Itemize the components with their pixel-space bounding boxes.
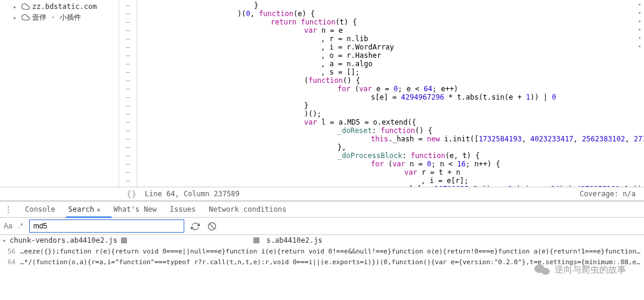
- tree-item[interactable]: ▸ zz.bdstatic.com: [2, 1, 116, 12]
- status-bar: {} Line 64, Column 237589 Coverage: n/a: [0, 187, 644, 201]
- refresh-icon[interactable]: [190, 221, 201, 231]
- tab-network-conditions[interactable]: Network conditions: [208, 205, 287, 214]
- fold-gutter: ––––––––––––––––––––––: [119, 0, 137, 187]
- cloud-icon: [21, 13, 30, 21]
- console-drawer: ⋮ Console Search✕ What's New Issues Netw…: [0, 201, 644, 300]
- more-tabs-icon[interactable]: ⋮: [4, 205, 13, 214]
- result-file[interactable]: ▾ chunk-vendors.ab4410e2.js s.ab4410e2.j…: [0, 235, 644, 246]
- line-text: …*/(function(o,a){r=a,i="function"===typ…: [20, 258, 644, 266]
- search-input[interactable]: [29, 219, 184, 233]
- coverage-status: Coverage: n/a: [580, 190, 636, 198]
- tree-item[interactable]: ▸ 壹伴 · 小插件: [2, 12, 116, 23]
- result-line[interactable]: 56 …eeze({});function r(e){return void 0…: [0, 246, 644, 256]
- match-marker-icon: [253, 237, 259, 243]
- file-suffix: s.ab4410e2.js: [267, 236, 323, 245]
- chevron-down-icon: ▾: [2, 237, 6, 244]
- tree-item-label: zz.bdstatic.com: [32, 2, 97, 11]
- file-tree-sidebar[interactable]: ▸ zz.bdstatic.com ▸ 壹伴 · 小插件: [0, 0, 119, 187]
- line-text: …eeze({});function r(e){return void 0===…: [20, 248, 644, 255]
- close-icon[interactable]: ✕: [97, 206, 101, 214]
- tab-issues[interactable]: Issues: [169, 205, 197, 214]
- pretty-print-icon[interactable]: {}: [126, 189, 137, 199]
- chevron-right-icon: ▸: [13, 14, 19, 21]
- file-name: chunk-vendors.ab4410e2.js: [10, 236, 117, 245]
- match-marker-icon: [121, 237, 127, 243]
- tab-console[interactable]: Console: [24, 205, 57, 214]
- match-case-toggle[interactable]: Aa: [4, 222, 13, 230]
- regex-toggle[interactable]: .*: [18, 222, 23, 230]
- line-number: 56: [2, 248, 20, 255]
- chevron-right-icon: ▸: [13, 4, 19, 10]
- search-toolbar: Aa .*: [0, 218, 644, 235]
- line-number: 64: [2, 258, 20, 266]
- drawer-tabs: ⋮ Console Search✕ What's New Issues Netw…: [0, 202, 644, 218]
- cloud-icon: [21, 2, 30, 11]
- cursor-position: Line 64, Column 237589: [145, 190, 240, 198]
- tree-item-label: 壹伴 · 小插件: [32, 13, 81, 23]
- tab-search[interactable]: Search✕: [67, 205, 102, 214]
- tab-whats-new[interactable]: What's New: [113, 205, 158, 214]
- clear-icon[interactable]: [207, 221, 218, 231]
- inline-markers: ▸▸▸▸▸▸: [639, 0, 642, 50]
- svg-line-1: [209, 224, 215, 229]
- result-line[interactable]: 64 …*/(function(o,a){r=a,i="function"===…: [0, 256, 644, 267]
- search-results: ▾ chunk-vendors.ab4410e2.js s.ab4410e2.j…: [0, 235, 644, 300]
- code-editor[interactable]: })(0, function(e) {return function(t) {v…: [137, 0, 644, 187]
